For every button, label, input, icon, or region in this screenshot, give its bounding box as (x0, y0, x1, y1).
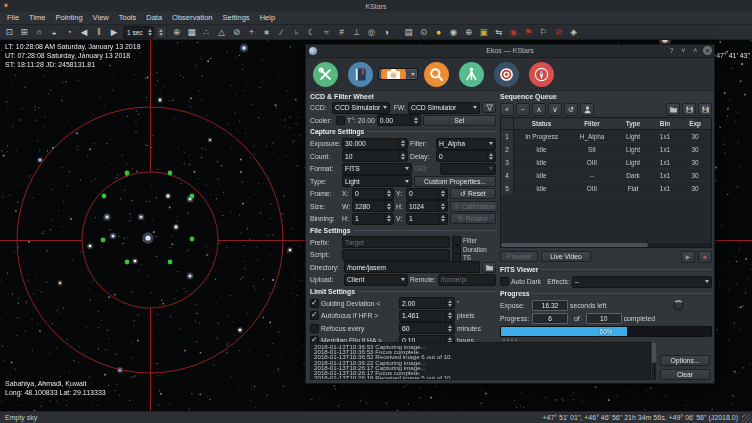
fov-icon[interactable]: ◎ (365, 26, 379, 38)
sequence-row-1[interactable]: 1In ProgressH_AlphaLight1x130 (501, 130, 711, 143)
sequence-row-3[interactable]: 3IdleOIIILight1x130 (501, 156, 711, 169)
whats-interesting-icon[interactable]: ▤ (402, 26, 416, 38)
tab-align[interactable] (524, 59, 558, 89)
type-select[interactable]: Light (342, 175, 412, 187)
red-flag-icon[interactable]: ⚑ (522, 26, 536, 38)
limit-checkbox-1[interactable] (310, 311, 319, 320)
bin-h-input[interactable]: 1 (352, 213, 394, 225)
comets-icon[interactable]: ∕ (275, 26, 289, 38)
filter-wheel-select[interactable]: CCD Simulator (408, 102, 480, 114)
zoom-box-icon[interactable]: ⊞ (17, 26, 31, 38)
lock-position-icon[interactable]: ▣ (477, 26, 491, 38)
constellations-icon[interactable]: △ (215, 26, 229, 38)
clock-icon[interactable]: ◔ (62, 26, 76, 38)
menu-tools[interactable]: Tools (114, 12, 142, 24)
sequence-row-5[interactable]: 5IdleOIIIFlat1x130 (501, 182, 711, 195)
directory-input[interactable]: /home/jasem (344, 261, 480, 273)
delay-input[interactable]: 0 (436, 150, 496, 162)
reset-queue-button[interactable]: ↺ (564, 103, 578, 116)
time-unit-stepper[interactable] (156, 26, 167, 39)
tab-focus[interactable] (419, 59, 453, 89)
limit-value-1[interactable]: 1.461 (399, 310, 455, 322)
minimize-button[interactable]: ˅ (679, 46, 688, 55)
filter-select[interactable]: H_Alpha (436, 138, 496, 150)
tab-scheduler[interactable] (343, 59, 377, 89)
move-job-up-button[interactable]: ∧ (532, 103, 546, 116)
add-job-button[interactable]: + (500, 103, 514, 116)
clear-log-button[interactable]: Clear (660, 369, 710, 380)
sequence-row-4[interactable]: 4Idle--Dark1x130 (501, 169, 711, 182)
do-not-track-icon[interactable]: ⊘ (552, 26, 566, 38)
prefix-input[interactable]: Target (342, 236, 450, 248)
size-w-input[interactable]: 1280 (352, 200, 394, 212)
stars-toggle-icon[interactable]: ∴ (200, 26, 214, 38)
tab-capture[interactable] (378, 68, 418, 80)
center-telescope-icon[interactable]: ⊕ (462, 26, 476, 38)
sky-image-icon[interactable]: ▦ (185, 26, 199, 38)
coordinate-grid-icon[interactable]: # (335, 26, 349, 38)
menu-view[interactable]: View (88, 12, 114, 24)
save-sequence-as-button[interactable] (698, 103, 712, 116)
cooler-checkbox[interactable] (336, 116, 345, 125)
file-option-filter[interactable]: Filter (452, 237, 496, 244)
milkyway-icon[interactable]: ≈ (320, 26, 334, 38)
limit-checkbox-2[interactable] (310, 324, 319, 333)
asteroids-icon[interactable]: + (245, 26, 259, 38)
queue-all-jobs-button[interactable] (580, 103, 594, 116)
remove-job-button[interactable]: − (516, 103, 530, 116)
tab-guide[interactable] (489, 59, 523, 89)
menu-time[interactable]: Time (24, 12, 50, 24)
log-splitter-handle[interactable] (306, 338, 714, 341)
time-stop-icon[interactable]: ‖ (92, 26, 106, 38)
pointing-icon[interactable]: ⊕ (170, 26, 184, 38)
frame-reset-button[interactable]: ↺Reset (450, 188, 496, 199)
resize-grip[interactable] (742, 414, 751, 423)
limit-value-0[interactable]: 2.00 (399, 297, 455, 309)
time-backward-icon[interactable]: ◀ (77, 26, 91, 38)
menu-help[interactable]: Help (255, 12, 280, 24)
file-option-duration[interactable]: Duration (452, 246, 496, 253)
log-scrollbar[interactable] (652, 342, 656, 380)
menu-data[interactable]: Data (141, 12, 167, 24)
filter-manager-button[interactable] (482, 102, 496, 113)
open-sequence-button[interactable] (666, 103, 680, 116)
flip-view-icon[interactable]: ⇆ (492, 26, 506, 38)
find-object-icon[interactable]: ⊡ (2, 26, 16, 38)
limit-value-2[interactable]: 60 (399, 322, 455, 334)
ccd-select[interactable]: CCD Simulator (332, 102, 390, 114)
horizon-icon[interactable]: ⊥ (350, 26, 364, 38)
browse-directory-button[interactable] (482, 262, 496, 273)
set-temperature-button[interactable]: Set (423, 115, 496, 126)
script-input[interactable] (342, 249, 450, 261)
options-button[interactable]: Options... (660, 355, 710, 366)
tab-mount[interactable] (454, 59, 488, 89)
dome-icon[interactable]: ◉ (507, 26, 521, 38)
live-video-button[interactable]: Live Video (541, 251, 591, 262)
upload-mode-select[interactable]: Client (344, 274, 408, 286)
file-option-ts[interactable]: TS (452, 254, 496, 261)
zoom-icon[interactable]: ○ (32, 26, 46, 38)
save-sequence-button[interactable] (682, 103, 696, 116)
frame-x-input[interactable]: 0 (352, 188, 394, 200)
time-widget-icon[interactable]: ⊙ (417, 26, 431, 38)
lock-icon[interactable]: ◈ (567, 26, 581, 38)
exposure-input[interactable]: 30.000 (342, 138, 408, 150)
menu-pointing[interactable]: Pointing (50, 12, 87, 24)
sky-colors-icon[interactable]: ◑ (380, 26, 394, 38)
sequence-table[interactable]: StatusFilterTypeBinExp 1In ProgressH_Alp… (500, 117, 712, 247)
start-sequence-button[interactable]: ▶ (681, 251, 695, 263)
sequence-hscrollbar[interactable] (501, 243, 711, 247)
frame-y-input[interactable]: 0 (406, 188, 448, 200)
time-step-input[interactable]: 1 sec (123, 26, 154, 39)
menu-settings[interactable]: Settings (218, 12, 255, 24)
auto-dark-checkbox[interactable] (500, 277, 509, 286)
sequence-row-2[interactable]: 2IdleSIILight1x130 (501, 143, 711, 156)
size-h-input[interactable]: 1024 (406, 200, 448, 212)
tab-setup[interactable] (308, 59, 342, 89)
planets-icon[interactable]: ♄ (290, 26, 304, 38)
effects-select[interactable]: -- (572, 276, 712, 288)
time-step-spin-arrows[interactable] (145, 27, 152, 38)
gray-flag-icon[interactable]: ⚐ (537, 26, 551, 38)
temp-setpoint-input[interactable]: 0.00 (377, 114, 421, 126)
limit-checkbox-0[interactable] (310, 299, 319, 308)
